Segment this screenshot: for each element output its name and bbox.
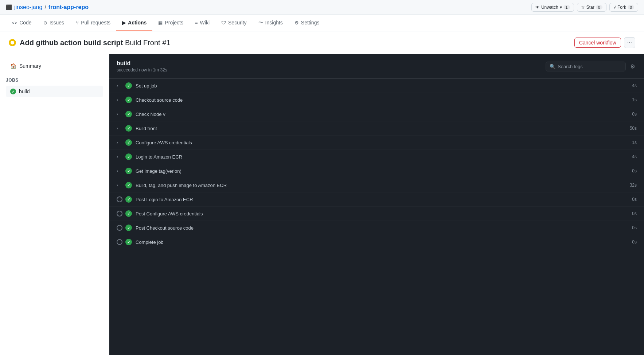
- step-success-icon: [125, 210, 132, 217]
- step-success-icon: [125, 82, 132, 89]
- log-panel: build succeeded now in 1m 32s 🔍 ⚙ › Set …: [109, 54, 644, 355]
- step-name: Build, tag, and push image to Amazon ECR: [136, 183, 630, 188]
- workflow-actions: Cancel workflow ···: [574, 37, 635, 48]
- step-duration: 0s: [632, 168, 637, 173]
- nav-tabs: <> Code ⊙ Issues ⑂ Pull requests ▶ Actio…: [0, 15, 644, 31]
- issues-icon: ⊙: [43, 20, 47, 26]
- log-settings-button[interactable]: ⚙: [629, 62, 637, 71]
- step-success-icon: [125, 125, 132, 132]
- tab-code[interactable]: <> Code: [6, 15, 38, 31]
- sidebar: 🏠 Summary Jobs build: [0, 54, 109, 355]
- search-logs-container: 🔍: [546, 62, 626, 71]
- step-duration: 1s: [632, 97, 637, 102]
- tab-actions[interactable]: ▶ Actions: [116, 15, 152, 31]
- tab-security[interactable]: 🛡 Security: [215, 15, 253, 31]
- repo-name[interactable]: front-app-repo: [48, 4, 89, 11]
- security-icon: 🛡: [221, 20, 226, 26]
- tab-pull-requests[interactable]: ⑂ Pull requests: [70, 15, 116, 31]
- step-duration: 0s: [632, 197, 637, 202]
- step-name: Build front: [136, 126, 630, 131]
- chevron-icon: ›: [117, 97, 122, 102]
- step-get-image-tag[interactable]: › Get image tag(verion) 0s: [109, 164, 644, 178]
- step-post-login-ecr[interactable]: Post Login to Amazon ECR 0s: [109, 192, 644, 207]
- step-name: Check Node v: [136, 112, 632, 117]
- step-duration: 0s: [632, 211, 637, 216]
- step-duration: 50s: [630, 126, 637, 131]
- step-name: Get image tag(verion): [136, 168, 632, 174]
- repo-icon: ⬛: [6, 4, 12, 10]
- step-success-icon: [125, 153, 132, 160]
- step-complete-job[interactable]: Complete job 0s: [109, 235, 644, 249]
- tab-issues[interactable]: ⊙ Issues: [38, 15, 70, 31]
- search-icon: 🔍: [550, 64, 555, 69]
- fork-icon: ⑂: [613, 5, 616, 10]
- step-checkout-source[interactable]: › Checkout source code 1s: [109, 93, 644, 107]
- step-post-configure-aws[interactable]: Post Configure AWS credentials 0s: [109, 207, 644, 221]
- chevron-icon: ›: [117, 83, 122, 88]
- chevron-icon: ›: [117, 154, 122, 159]
- tab-wiki[interactable]: ≡ Wiki: [189, 15, 215, 31]
- tab-settings[interactable]: ⚙ Settings: [289, 15, 325, 31]
- more-options-button[interactable]: ···: [624, 37, 635, 48]
- chevron-icon: ›: [117, 168, 122, 173]
- star-button[interactable]: ☆ Star 0: [577, 3, 606, 12]
- code-icon: <>: [12, 20, 17, 26]
- step-duration: 0s: [632, 239, 637, 245]
- outer-circle-icon: [117, 225, 122, 231]
- sidebar-job-build[interactable]: build: [6, 86, 103, 97]
- step-name: Configure AWS credentials: [136, 140, 632, 145]
- step-duration: 4s: [632, 83, 637, 88]
- projects-icon: ▦: [158, 20, 163, 26]
- topbar: ⬛ jinseo-jang / front-app-repo 👁 Unwatch…: [0, 0, 644, 15]
- tab-pull-requests-label: Pull requests: [81, 20, 110, 26]
- step-success-icon: [125, 168, 132, 174]
- step-post-checkout[interactable]: Post Checkout source code 0s: [109, 221, 644, 235]
- step-name: Post Configure AWS credentials: [136, 211, 632, 216]
- insights-icon: 〜: [258, 19, 263, 26]
- watch-button[interactable]: 👁 Unwatch ▾ 1: [531, 3, 574, 12]
- step-success-icon: [125, 196, 132, 203]
- repo-owner[interactable]: jinseo-jang: [14, 4, 42, 11]
- job-steps: › Set up job 4s › Checkout source code 1…: [109, 79, 644, 249]
- tab-projects[interactable]: ▦ Projects: [152, 15, 189, 31]
- tab-code-label: Code: [19, 20, 31, 26]
- chevron-icon: ›: [117, 140, 122, 145]
- star-icon: ☆: [581, 5, 585, 10]
- fork-button[interactable]: ⑂ Fork 0: [609, 3, 638, 12]
- step-name: Set up job: [136, 83, 632, 89]
- step-success-icon: [125, 139, 132, 146]
- step-check-node[interactable]: › Check Node v 0s: [109, 107, 644, 121]
- fork-label: Fork: [617, 5, 626, 10]
- tab-insights-label: Insights: [265, 20, 283, 26]
- step-success-icon: [125, 225, 132, 231]
- cancel-workflow-button[interactable]: Cancel workflow: [574, 38, 621, 48]
- step-build-front[interactable]: › Build front 50s: [109, 121, 644, 136]
- repo-title: ⬛ jinseo-jang / front-app-repo: [6, 4, 89, 11]
- status-dot-inner: [11, 41, 14, 44]
- search-logs-input[interactable]: [558, 64, 622, 69]
- step-build-push[interactable]: › Build, tag, and push image to Amazon E…: [109, 178, 644, 192]
- tab-projects-label: Projects: [165, 20, 183, 26]
- step-duration: 32s: [630, 183, 637, 188]
- outer-circle-icon: [117, 239, 122, 245]
- workflow-title-prefix: Add github action build script: [20, 39, 123, 47]
- step-login-ecr[interactable]: › Login to Amazon ECR 4s: [109, 150, 644, 164]
- tab-actions-label: Actions: [128, 20, 147, 26]
- sidebar-summary[interactable]: 🏠 Summary: [6, 60, 103, 72]
- star-count: 0: [596, 5, 602, 9]
- step-success-icon: [125, 239, 132, 245]
- watch-icon: 👁: [535, 5, 540, 10]
- sidebar-jobs-label: Jobs: [6, 78, 103, 83]
- step-duration: 1s: [632, 140, 637, 145]
- step-duration: 4s: [632, 154, 637, 159]
- tab-insights[interactable]: 〜 Insights: [253, 15, 289, 31]
- step-set-up-job[interactable]: › Set up job 4s: [109, 79, 644, 93]
- watch-label: Unwatch: [541, 5, 558, 10]
- log-panel-controls: 🔍 ⚙: [546, 62, 637, 71]
- tab-security-label: Security: [228, 20, 247, 26]
- tab-settings-label: Settings: [301, 20, 320, 26]
- star-label: Star: [586, 5, 594, 10]
- main-layout: 🏠 Summary Jobs build build succeeded now…: [0, 54, 644, 355]
- step-configure-aws[interactable]: › Configure AWS credentials 1s: [109, 136, 644, 150]
- tab-wiki-label: Wiki: [200, 20, 210, 26]
